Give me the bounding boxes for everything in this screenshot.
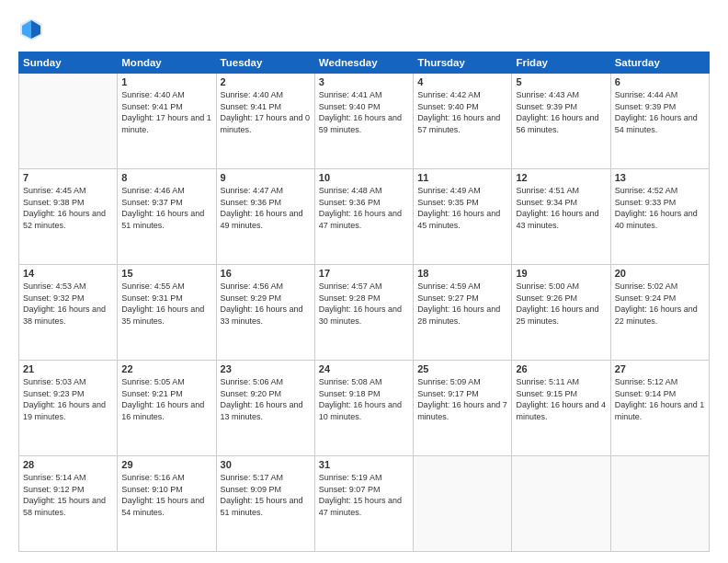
day-number: 1 — [121, 76, 211, 87]
day-number: 11 — [417, 172, 507, 183]
calendar-cell: 25Sunrise: 5:09 AMSunset: 9:17 PMDayligh… — [414, 361, 512, 456]
day-number: 14 — [23, 268, 113, 279]
calendar-cell: 27Sunrise: 5:12 AMSunset: 9:14 PMDayligh… — [610, 361, 709, 456]
week-row-3: 14Sunrise: 4:53 AMSunset: 9:32 PMDayligh… — [19, 265, 710, 361]
day-info: Sunrise: 4:40 AMSunset: 9:41 PMDaylight:… — [121, 89, 211, 135]
weekday-header-sunday: Sunday — [19, 52, 118, 74]
day-info: Sunrise: 4:52 AMSunset: 9:33 PMDaylight:… — [615, 185, 705, 231]
day-info: Sunrise: 4:40 AMSunset: 9:41 PMDaylight:… — [221, 89, 311, 135]
day-number: 16 — [221, 268, 311, 279]
day-number: 3 — [319, 76, 409, 87]
calendar-cell: 4Sunrise: 4:42 AMSunset: 9:40 PMDaylight… — [414, 74, 512, 169]
logo-icon — [18, 17, 44, 42]
weekday-header-tuesday: Tuesday — [216, 52, 314, 74]
week-row-2: 7Sunrise: 4:45 AMSunset: 9:38 PMDaylight… — [19, 169, 710, 265]
day-info: Sunrise: 4:44 AMSunset: 9:39 PMDaylight:… — [615, 89, 705, 135]
day-info: Sunrise: 5:14 AMSunset: 9:12 PMDaylight:… — [23, 472, 113, 518]
day-number: 13 — [615, 172, 705, 183]
day-info: Sunrise: 4:59 AMSunset: 9:27 PMDaylight:… — [417, 281, 507, 327]
day-number: 2 — [221, 76, 311, 87]
day-number: 27 — [615, 363, 705, 374]
calendar-cell: 8Sunrise: 4:46 AMSunset: 9:37 PMDaylight… — [118, 169, 216, 265]
calendar-cell: 26Sunrise: 5:11 AMSunset: 9:15 PMDayligh… — [512, 361, 610, 456]
day-number: 10 — [319, 172, 409, 183]
calendar-table: SundayMondayTuesdayWednesdayThursdayFrid… — [18, 52, 710, 552]
calendar-cell: 18Sunrise: 4:59 AMSunset: 9:27 PMDayligh… — [414, 265, 512, 361]
day-number: 4 — [417, 76, 507, 87]
calendar-cell: 14Sunrise: 4:53 AMSunset: 9:32 PMDayligh… — [19, 265, 118, 361]
day-number: 5 — [516, 76, 606, 87]
weekday-header-monday: Monday — [118, 52, 216, 74]
calendar-cell: 7Sunrise: 4:45 AMSunset: 9:38 PMDaylight… — [19, 169, 118, 265]
week-row-4: 21Sunrise: 5:03 AMSunset: 9:23 PMDayligh… — [19, 361, 710, 456]
calendar-cell: 24Sunrise: 5:08 AMSunset: 9:18 PMDayligh… — [314, 361, 413, 456]
calendar-cell — [19, 74, 118, 169]
weekday-header-thursday: Thursday — [414, 52, 512, 74]
calendar-cell: 23Sunrise: 5:06 AMSunset: 9:20 PMDayligh… — [216, 361, 314, 456]
weekday-header-wednesday: Wednesday — [314, 52, 413, 74]
day-number: 20 — [615, 268, 705, 279]
day-info: Sunrise: 4:45 AMSunset: 9:38 PMDaylight:… — [23, 185, 113, 231]
day-number: 17 — [319, 268, 409, 279]
day-info: Sunrise: 5:06 AMSunset: 9:20 PMDaylight:… — [221, 376, 311, 422]
day-info: Sunrise: 5:08 AMSunset: 9:18 PMDaylight:… — [319, 376, 409, 422]
calendar-cell: 15Sunrise: 4:55 AMSunset: 9:31 PMDayligh… — [118, 265, 216, 361]
day-number: 23 — [221, 363, 311, 374]
day-info: Sunrise: 4:57 AMSunset: 9:28 PMDaylight:… — [319, 281, 409, 327]
calendar-cell — [610, 456, 709, 552]
calendar-cell: 5Sunrise: 4:43 AMSunset: 9:39 PMDaylight… — [512, 74, 610, 169]
day-info: Sunrise: 5:09 AMSunset: 9:17 PMDaylight:… — [417, 376, 507, 422]
day-info: Sunrise: 4:47 AMSunset: 9:36 PMDaylight:… — [221, 185, 311, 231]
day-number: 15 — [121, 268, 211, 279]
day-number: 30 — [221, 459, 311, 470]
day-info: Sunrise: 4:49 AMSunset: 9:35 PMDaylight:… — [417, 185, 507, 231]
day-info: Sunrise: 4:55 AMSunset: 9:31 PMDaylight:… — [121, 281, 211, 327]
week-row-5: 28Sunrise: 5:14 AMSunset: 9:12 PMDayligh… — [19, 456, 710, 552]
calendar-cell: 9Sunrise: 4:47 AMSunset: 9:36 PMDaylight… — [216, 169, 314, 265]
calendar-cell: 22Sunrise: 5:05 AMSunset: 9:21 PMDayligh… — [118, 361, 216, 456]
calendar-cell: 20Sunrise: 5:02 AMSunset: 9:24 PMDayligh… — [610, 265, 709, 361]
day-number: 24 — [319, 363, 409, 374]
calendar-cell: 1Sunrise: 4:40 AMSunset: 9:41 PMDaylight… — [118, 74, 216, 169]
calendar-cell: 13Sunrise: 4:52 AMSunset: 9:33 PMDayligh… — [610, 169, 709, 265]
day-info: Sunrise: 5:03 AMSunset: 9:23 PMDaylight:… — [23, 376, 113, 422]
calendar-cell: 21Sunrise: 5:03 AMSunset: 9:23 PMDayligh… — [19, 361, 118, 456]
day-info: Sunrise: 5:02 AMSunset: 9:24 PMDaylight:… — [615, 281, 705, 327]
day-number: 9 — [221, 172, 311, 183]
calendar-cell: 16Sunrise: 4:56 AMSunset: 9:29 PMDayligh… — [216, 265, 314, 361]
calendar-cell: 10Sunrise: 4:48 AMSunset: 9:36 PMDayligh… — [314, 169, 413, 265]
day-number: 6 — [615, 76, 705, 87]
day-number: 22 — [121, 363, 211, 374]
day-number: 28 — [23, 459, 113, 470]
calendar-cell: 30Sunrise: 5:17 AMSunset: 9:09 PMDayligh… — [216, 456, 314, 552]
day-number: 19 — [516, 268, 606, 279]
day-info: Sunrise: 4:43 AMSunset: 9:39 PMDaylight:… — [516, 89, 606, 135]
page: SundayMondayTuesdayWednesdayThursdayFrid… — [0, 0, 728, 563]
calendar-cell: 31Sunrise: 5:19 AMSunset: 9:07 PMDayligh… — [314, 456, 413, 552]
day-number: 26 — [516, 363, 606, 374]
calendar-cell: 3Sunrise: 4:41 AMSunset: 9:40 PMDaylight… — [314, 74, 413, 169]
calendar-cell: 12Sunrise: 4:51 AMSunset: 9:34 PMDayligh… — [512, 169, 610, 265]
calendar-cell: 11Sunrise: 4:49 AMSunset: 9:35 PMDayligh… — [414, 169, 512, 265]
day-info: Sunrise: 4:41 AMSunset: 9:40 PMDaylight:… — [319, 89, 409, 135]
day-number: 18 — [417, 268, 507, 279]
day-info: Sunrise: 5:00 AMSunset: 9:26 PMDaylight:… — [516, 281, 606, 327]
day-number: 12 — [516, 172, 606, 183]
calendar-cell: 6Sunrise: 4:44 AMSunset: 9:39 PMDaylight… — [610, 74, 709, 169]
day-number: 21 — [23, 363, 113, 374]
day-info: Sunrise: 4:46 AMSunset: 9:37 PMDaylight:… — [121, 185, 211, 231]
day-number: 29 — [121, 459, 211, 470]
calendar-cell — [414, 456, 512, 552]
calendar-cell: 29Sunrise: 5:16 AMSunset: 9:10 PMDayligh… — [118, 456, 216, 552]
weekday-header-friday: Friday — [512, 52, 610, 74]
day-number: 31 — [319, 459, 409, 470]
day-info: Sunrise: 5:16 AMSunset: 9:10 PMDaylight:… — [121, 472, 211, 518]
day-number: 7 — [23, 172, 113, 183]
header — [18, 17, 710, 42]
day-number: 25 — [417, 363, 507, 374]
calendar-cell: 2Sunrise: 4:40 AMSunset: 9:41 PMDaylight… — [216, 74, 314, 169]
day-info: Sunrise: 5:19 AMSunset: 9:07 PMDaylight:… — [319, 472, 409, 518]
weekday-header-saturday: Saturday — [610, 52, 709, 74]
calendar-cell — [512, 456, 610, 552]
day-info: Sunrise: 4:42 AMSunset: 9:40 PMDaylight:… — [417, 89, 507, 135]
